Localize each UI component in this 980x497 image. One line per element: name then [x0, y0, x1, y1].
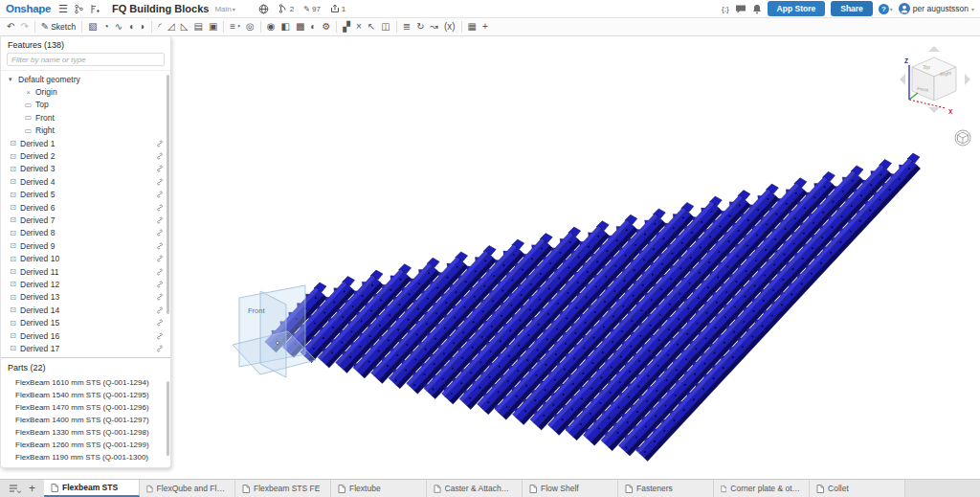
tree-item-geometry[interactable]: ▭ Right: [1, 124, 170, 137]
tree-item-derived[interactable]: ⊡ Derived 7: [1, 214, 170, 226]
variables-icon[interactable]: (x): [444, 22, 456, 32]
tab-flexbeam-sts[interactable]: Flexbeam STS: [44, 480, 140, 497]
part-studio-tab-icon: [338, 485, 345, 493]
thicken-icon[interactable]: ◗: [140, 22, 145, 32]
split-icon[interactable]: ◫: [381, 22, 390, 32]
mirror-icon[interactable]: ▞: [343, 22, 350, 32]
chevron-down-icon[interactable]: ▾: [9, 76, 15, 83]
add-tab-button[interactable]: +: [29, 482, 35, 495]
tab-corner-plate[interactable]: Corner plate & other pla..: [714, 480, 810, 497]
tree-item-derived[interactable]: ⊡ Derived 14: [1, 304, 170, 316]
feature-tree: ▾ Default geometry × Origin ▭ Top: [1, 70, 170, 357]
tree-item-derived[interactable]: ⊡ Derived 4: [1, 175, 170, 188]
user-menu[interactable]: per augustsson ▾: [899, 3, 974, 14]
view-cube[interactable]: Top Front Right Z X: [896, 44, 978, 151]
tab-fasteners[interactable]: Fasteners: [618, 480, 714, 497]
boolean-icon[interactable]: ≡ ▾: [230, 22, 240, 32]
fillet-icon[interactable]: ◜: [158, 22, 162, 32]
tree-item-derived[interactable]: ⊡ Derived 17: [1, 342, 170, 354]
appearance-icon[interactable]: ◐: [310, 22, 316, 32]
tab-flexqube-and-flexplate[interactable]: FlexQube and Flexplate: [140, 480, 235, 497]
document-title[interactable]: FQ Building Blocks: [112, 3, 209, 14]
tree-item-derived[interactable]: ⊡ Derived 3: [1, 163, 170, 175]
tree-item-derived[interactable]: ⊡ Derived 1: [1, 137, 170, 149]
tree-item-derived[interactable]: ⊡ Derived 10: [1, 252, 170, 264]
part-list-item[interactable]: FlexBeam 1400 mm STS (Q-001-1297): [1, 414, 170, 426]
tree-item-derived[interactable]: ⊡ Derived 2: [1, 149, 170, 162]
part-list-item[interactable]: FlexBeam 1260 mm STS (Q-001-1299): [1, 439, 170, 451]
part-list-item[interactable]: FlexBeam 1540 mm STS (Q-001-1295): [1, 389, 170, 401]
part-list-item[interactable]: FlexBeam 1470 mm STS (Q-001-1296): [1, 401, 170, 414]
part-list-item[interactable]: FlexBeam 1330 mm STS (Q-001-1298): [1, 426, 170, 439]
tree-item-derived[interactable]: ⊡ Derived 9: [1, 239, 170, 252]
tree-item-derived[interactable]: ⊡ Derived 6: [1, 201, 170, 214]
sweep-icon[interactable]: ∿: [115, 22, 122, 32]
main-menu-icon[interactable]: ☰: [58, 3, 68, 15]
isometric-view-icon[interactable]: [955, 130, 970, 146]
follow-mode-icon[interactable]: [90, 4, 100, 14]
extrude-icon[interactable]: ▧: [88, 22, 97, 32]
feature-filter-input[interactable]: Filter by name or type: [7, 53, 165, 66]
manage-tabs-icon[interactable]: [9, 484, 21, 494]
linear-pattern-icon[interactable]: ≣: [403, 22, 411, 32]
named-views-icon[interactable]: ▩: [296, 22, 304, 32]
tree-item-derived[interactable]: ⊡ Derived 12: [1, 278, 170, 290]
tree-item-label: Derived 12: [20, 280, 59, 289]
revolve-icon[interactable]: ◔: [103, 22, 109, 32]
onshape-logo[interactable]: Onshape: [6, 3, 51, 14]
delete-part-icon[interactable]: ×: [356, 22, 362, 32]
tree-item-derived[interactable]: ⊡ Derived 16: [1, 329, 170, 342]
tab-caster-attachment[interactable]: Caster & Attachment: [427, 480, 523, 497]
tree-item-derived[interactable]: ⊡ Derived 15: [1, 316, 170, 328]
chamfer-icon[interactable]: ◿: [167, 22, 175, 32]
part-studio-tab-icon: [625, 485, 633, 493]
tree-item-default-geometry[interactable]: ▾ Default geometry: [1, 73, 170, 85]
rib-icon[interactable]: ▤: [193, 22, 202, 32]
app-store-button[interactable]: App Store: [768, 1, 826, 16]
part-settings-icon[interactable]: ⚙: [322, 22, 330, 32]
tree-item-geometry[interactable]: ▭ Top: [1, 99, 170, 111]
cube-faces[interactable]: [912, 57, 956, 101]
undo-icon[interactable]: ↶: [7, 22, 14, 32]
tree-item-derived[interactable]: ⊡ Derived 13: [1, 291, 170, 304]
export-count[interactable]: 1: [330, 4, 345, 13]
circular-pattern-icon[interactable]: ↻: [416, 22, 424, 32]
tree-item-label: Derived 15: [20, 318, 59, 328]
front-plane[interactable]: [233, 285, 316, 377]
changes-count[interactable]: ✎ 97: [303, 5, 321, 13]
tab-flextube[interactable]: Flextube: [331, 480, 427, 497]
tree-item-geometry[interactable]: × Origin: [1, 85, 170, 98]
tab-flow-shelf[interactable]: Flow Shelf: [523, 480, 618, 497]
shell-icon[interactable]: ▣: [209, 22, 217, 32]
workspace-selector[interactable]: Main ▾: [214, 5, 234, 13]
comments-icon[interactable]: [735, 4, 746, 14]
curve-pattern-icon[interactable]: ↝: [431, 22, 438, 32]
featurescript-icon[interactable]: {;}: [722, 5, 729, 13]
transform-icon[interactable]: ↖: [368, 22, 375, 32]
versions-count[interactable]: 2: [278, 4, 294, 13]
section-view-icon[interactable]: ◧: [280, 22, 289, 32]
tab-collet[interactable]: Collet: [810, 480, 905, 497]
parts-scrollbar[interactable]: [167, 381, 169, 456]
sketch-button[interactable]: ✎ Sketch: [41, 22, 76, 32]
measure-icon[interactable]: ▦: [468, 22, 477, 32]
tree-item-derived[interactable]: ⊡ Derived 8: [1, 227, 170, 239]
loft-icon[interactable]: ◖: [128, 22, 134, 32]
draft-icon[interactable]: ◺: [181, 22, 189, 32]
derived-feature-icon: ⊡: [9, 344, 17, 352]
part-list-item[interactable]: FlexBeam 1610 mm STS (Q-001-1294): [1, 376, 170, 389]
add-custom-feature-icon[interactable]: +: [482, 22, 488, 32]
notifications-bell-icon[interactable]: [752, 4, 762, 14]
features-scrollbar[interactable]: [167, 75, 169, 314]
visibility-icon[interactable]: ◉: [267, 22, 276, 32]
share-button[interactable]: Share: [831, 1, 873, 16]
tree-item-derived[interactable]: ⊡ Derived 5: [1, 189, 170, 201]
redo-icon[interactable]: ↷: [20, 22, 28, 32]
help-menu[interactable]: ? ▾: [879, 4, 893, 14]
tab-flexbeam-sts-fe[interactable]: Flexbeam STS FE: [235, 480, 331, 497]
hole-icon[interactable]: ◎: [246, 22, 255, 32]
part-list-item[interactable]: FlexBeam 1190 mm STS (Q-001-1300): [1, 451, 170, 463]
tree-item-geometry[interactable]: ▭ Front: [1, 111, 170, 124]
version-tree-icon[interactable]: [74, 4, 84, 14]
tree-item-derived[interactable]: ⊡ Derived 11: [1, 265, 170, 278]
